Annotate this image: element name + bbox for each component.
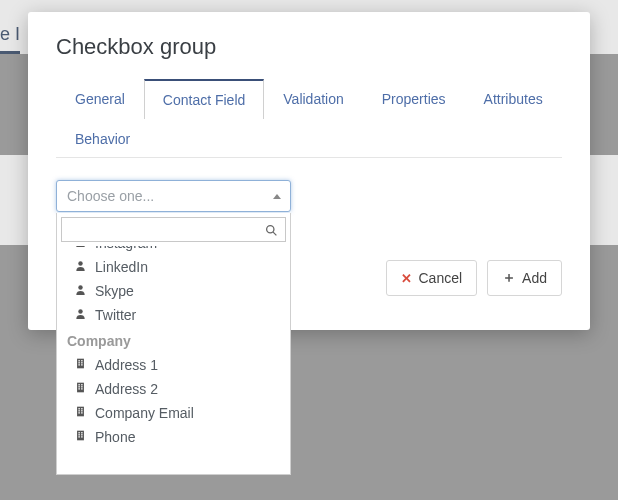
add-label: Add [522,270,547,286]
svg-rect-12 [81,364,82,365]
person-icon [75,260,89,274]
svg-rect-6 [77,359,84,369]
option-label: Address 2 [95,381,158,397]
svg-rect-20 [77,407,84,417]
person-icon [75,308,89,322]
option-label: Phone [95,429,135,445]
option-label: Address 1 [95,357,158,373]
tab-attributes[interactable]: Attributes [465,79,562,119]
search-input[interactable] [61,217,286,242]
svg-rect-23 [78,410,79,411]
option-label: Company Email [95,405,194,421]
svg-rect-26 [81,412,82,413]
building-icon [75,430,89,444]
list-item[interactable]: Twitter [57,303,290,327]
tab-properties[interactable]: Properties [363,79,465,119]
cancel-button[interactable]: ✕ Cancel [386,260,477,296]
options-list[interactable]: Instagram LinkedIn Skype [57,246,290,474]
svg-rect-25 [78,412,79,413]
option-label: Skype [95,283,134,299]
svg-rect-32 [78,436,79,437]
svg-rect-14 [78,384,79,385]
plus-icon: ＋ [502,269,516,287]
chosen-display[interactable]: Choose one... [56,180,291,212]
svg-rect-33 [81,436,82,437]
tab-behavior[interactable]: Behavior [56,119,149,158]
svg-rect-22 [81,408,82,409]
svg-rect-7 [78,360,79,361]
tab-validation[interactable]: Validation [264,79,362,119]
add-button[interactable]: ＋ Add [487,260,562,296]
option-label: Instagram [95,246,157,251]
svg-rect-10 [81,362,82,363]
close-icon: ✕ [401,271,412,286]
background-tab: e I [0,24,20,54]
svg-rect-24 [81,410,82,411]
modal-title: Checkbox group [56,34,562,60]
building-icon [75,358,89,372]
modal-dialog: Checkbox group General Contact Field Val… [28,12,590,330]
tabs: General Contact Field Validation Propert… [56,78,562,158]
person-icon [75,246,89,250]
svg-rect-8 [81,360,82,361]
list-item[interactable]: Skype [57,279,290,303]
svg-rect-16 [78,386,79,387]
chosen-placeholder: Choose one... [67,188,154,204]
svg-rect-15 [81,384,82,385]
svg-point-5 [78,309,82,313]
svg-rect-19 [81,388,82,389]
svg-rect-27 [77,431,84,441]
list-item[interactable]: Address 2 [57,377,290,401]
field-chooser: Choose one... Instagram [56,180,291,212]
person-icon [75,284,89,298]
list-item[interactable]: Phone [57,425,290,449]
building-icon [75,382,89,396]
svg-rect-18 [78,388,79,389]
building-icon [75,406,89,420]
list-item[interactable]: Company Email [57,401,290,425]
content-area: Choose one... Instagram [56,158,562,306]
chosen-dropdown: Instagram LinkedIn Skype [56,213,291,475]
cancel-label: Cancel [418,270,462,286]
group-label-company: Company [57,327,290,353]
option-label: Twitter [95,307,136,323]
svg-rect-13 [77,383,84,393]
svg-rect-31 [81,434,82,435]
svg-point-4 [78,285,82,289]
list-item[interactable]: LinkedIn [57,255,290,279]
tab-general[interactable]: General [56,79,144,119]
svg-rect-9 [78,362,79,363]
svg-rect-30 [78,434,79,435]
chevron-up-icon [273,194,281,199]
svg-point-3 [78,261,82,265]
svg-rect-11 [78,364,79,365]
option-label: LinkedIn [95,259,148,275]
list-item[interactable]: Address 1 [57,353,290,377]
list-item[interactable]: Instagram [57,246,290,255]
list-spacer [57,456,290,457]
svg-rect-29 [81,432,82,433]
svg-rect-21 [78,408,79,409]
svg-rect-17 [81,386,82,387]
svg-rect-28 [78,432,79,433]
tab-contact-field[interactable]: Contact Field [144,79,264,119]
